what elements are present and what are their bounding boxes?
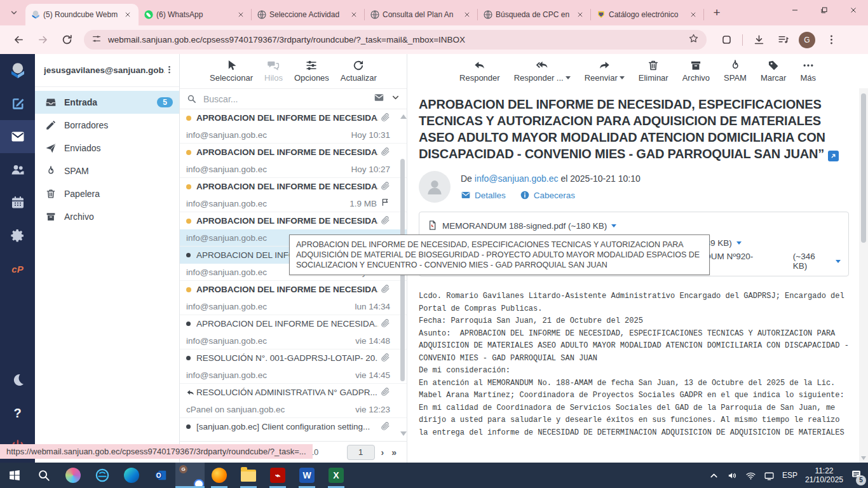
headers-link[interactable]: Cabeceras xyxy=(520,190,575,200)
tab-close-icon[interactable] xyxy=(235,9,247,20)
message-row-sender[interactable]: info@sanjuan.gob.ecvie 14:48 xyxy=(180,332,407,349)
message-row-subject[interactable]: APROBACION DEL INFORME DE NECESIDA... xyxy=(180,212,407,229)
reload-button[interactable] xyxy=(57,30,76,50)
notification-center-icon[interactable]: 5 xyxy=(851,469,862,482)
back-button[interactable] xyxy=(9,30,28,50)
dropdown-caret-icon[interactable] xyxy=(566,76,571,79)
scroll-down-arrow[interactable] xyxy=(400,431,407,436)
url-text[interactable]: webmail.sanjuan.gob.ec/cpsess9740179367/… xyxy=(108,35,688,44)
message-responder-button[interactable]: Responder xyxy=(456,58,504,84)
reader-scrollbar-thumb[interactable] xyxy=(861,93,866,243)
attachment-item[interactable]: MEMORANDUM 188-signed.pdf (~180 KB) xyxy=(427,220,616,233)
search-scope-mail-icon[interactable] xyxy=(374,92,384,105)
browser-tab-2[interactable]: (6) WhatsApp xyxy=(139,4,252,25)
tab-close-icon[interactable] xyxy=(122,9,133,20)
tab-close-icon[interactable] xyxy=(688,9,699,20)
message-m-s-button[interactable]: Más xyxy=(796,58,820,84)
attachment-menu-caret[interactable] xyxy=(611,224,616,227)
message-row-sender[interactable]: cPanel on sanjuan.gob.ecvie 12:23 xyxy=(180,401,407,418)
next-page-button[interactable]: › xyxy=(381,447,384,458)
attachment-menu-caret[interactable] xyxy=(836,260,841,263)
profile-avatar[interactable]: G xyxy=(799,32,815,48)
list-scrollbar[interactable] xyxy=(400,114,405,436)
tab-search-button[interactable] xyxy=(5,4,23,22)
message-eliminar-button[interactable]: Eliminar xyxy=(635,58,672,84)
message-archivo-button[interactable]: Archivo xyxy=(679,58,714,84)
flag-icon[interactable] xyxy=(381,198,390,209)
taskbar-start-icon[interactable] xyxy=(0,463,29,488)
attachment-menu-caret[interactable] xyxy=(736,241,742,245)
details-link[interactable]: Detalles xyxy=(461,190,506,200)
scroll-up-arrow[interactable] xyxy=(400,114,407,119)
message-row-subject[interactable]: APROBACION DEL INFORME DE NECESIDA... xyxy=(180,281,407,298)
taskbar-firefox-icon[interactable] xyxy=(205,463,234,488)
taskbar-copilot-icon[interactable] xyxy=(58,463,88,488)
message-row-sender[interactable]: info@sanjuan.gob.ec1.9 MB xyxy=(180,195,407,212)
appbar-cp-button[interactable]: cP xyxy=(0,252,35,285)
sender-email-link[interactable]: info@sanjuan.gob.ec xyxy=(475,173,559,184)
new-tab-button[interactable]: + xyxy=(708,4,726,22)
wifi-icon[interactable] xyxy=(745,470,756,481)
browser-tab-3[interactable]: Seleccione Actividad xyxy=(252,4,365,25)
last-page-button[interactable]: » xyxy=(391,447,397,458)
browser-tab-1[interactable]: (5) Roundcube Webm xyxy=(25,4,139,25)
site-info-icon[interactable] xyxy=(92,34,102,46)
browser-menu-icon[interactable] xyxy=(822,30,841,50)
address-bar[interactable]: webmail.sanjuan.gob.ec/cpsess9740179367/… xyxy=(84,30,707,50)
folder-archivo[interactable]: Archivo xyxy=(35,205,179,228)
taskbar-excel-icon[interactable]: X xyxy=(322,463,351,488)
taskbar-ie-icon[interactable] xyxy=(88,463,117,488)
search-options-chevron-icon[interactable] xyxy=(391,93,400,105)
list-opciones-button[interactable]: Opciones xyxy=(290,58,333,84)
taskbar-word-icon[interactable]: W xyxy=(292,463,322,488)
appbar-gear-icon[interactable] xyxy=(0,219,35,252)
tab-close-icon[interactable] xyxy=(574,9,586,20)
list-seleccionar-button[interactable]: Seleccionar xyxy=(206,58,257,84)
appbar-mail-button[interactable] xyxy=(0,120,35,153)
message-row-subject[interactable]: RESOLUCIÓN ADMINISTRATIVA N° GADPR... xyxy=(180,384,407,401)
browser-tab-4[interactable]: Consulta del Plan An xyxy=(365,4,478,25)
search-input[interactable] xyxy=(202,93,374,105)
message-row-sender[interactable]: info@sanjuan.gob.ecvie 14:45 xyxy=(180,367,407,384)
list-actualizar-button[interactable]: Actualizar xyxy=(337,58,381,84)
language-indicator[interactable]: ESP xyxy=(782,471,797,480)
tab-close-icon[interactable] xyxy=(461,9,473,20)
tab-close-icon[interactable] xyxy=(348,9,360,20)
appbar-moon-icon[interactable] xyxy=(0,363,35,396)
message-row-sender[interactable]: info@sanjuan.gob.ecHoy 10:27 xyxy=(180,161,407,178)
reading-list-icon[interactable] xyxy=(773,30,792,50)
clock[interactable]: 11:2221/10/2025 xyxy=(805,466,843,484)
restore-button[interactable] xyxy=(810,0,839,20)
browser-tab-5[interactable]: Búsqueda de CPC en xyxy=(478,4,591,25)
browser-tab-6[interactable]: Catálogo electrónico xyxy=(591,4,704,25)
tray-chevron-up-icon[interactable] xyxy=(709,470,719,481)
appbar-users-icon[interactable] xyxy=(0,153,35,186)
dropdown-caret-icon[interactable] xyxy=(620,76,625,79)
message-row-subject[interactable]: APROBACION DEL INFORME DE NECESIDA... xyxy=(180,178,407,195)
reader-scrollbar[interactable] xyxy=(859,88,868,463)
folder-entrada[interactable]: Entrada5 xyxy=(35,91,179,114)
message-reenviar-button[interactable]: Reenviar xyxy=(581,58,628,84)
message-row-subject[interactable]: APROBACION DEL INFORME DE NECESIDA... xyxy=(180,109,407,126)
account-menu-icon[interactable] xyxy=(165,65,174,76)
list-hilos-button[interactable]: Hilos xyxy=(261,58,287,84)
message-marcar-button[interactable]: Marcar xyxy=(757,58,790,84)
cast-icon[interactable] xyxy=(764,470,775,481)
reader-scroll-down-arrow[interactable] xyxy=(861,456,866,460)
taskbar-chrome-icon[interactable]: G xyxy=(175,463,205,488)
folder-enviados[interactable]: Enviados xyxy=(35,137,179,159)
page-number-box[interactable]: 1 xyxy=(347,445,375,460)
taskbar-acrobat-icon[interactable]: ⌁ xyxy=(263,463,292,488)
message-row-subject[interactable]: RESOLUCIÓN N°. 001-GADPRSJ-LOTAIP- 20... xyxy=(180,349,407,367)
taskbar-outlook-icon[interactable]: O xyxy=(146,463,175,488)
bookmark-star-icon[interactable] xyxy=(688,33,699,46)
folder-papelera[interactable]: Papelera xyxy=(35,182,179,205)
forward-button[interactable] xyxy=(33,30,52,50)
message-row-sender[interactable]: info@sanjuan.gob.ecHoy 10:31 xyxy=(180,126,407,144)
message-row-sender[interactable]: info@sanjuan.gob.eclun 14:34 xyxy=(180,298,407,315)
message-row-subject[interactable]: [sanjuan.gob.ec] Client configuration se… xyxy=(180,418,407,435)
volume-icon[interactable] xyxy=(727,470,738,481)
taskbar-edge-icon[interactable] xyxy=(117,463,146,488)
taskbar-explorer-icon[interactable] xyxy=(234,463,263,488)
taskbar-search-icon[interactable] xyxy=(29,463,58,488)
